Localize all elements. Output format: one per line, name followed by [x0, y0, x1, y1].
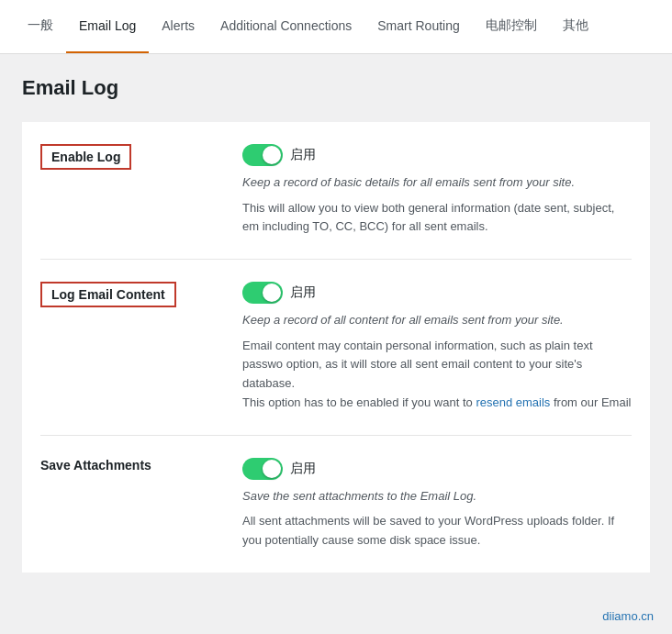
- tab-label-email-log: Email Log: [79, 18, 136, 33]
- toggle-knob-2: [263, 284, 281, 302]
- tab-label-additional-connections: Additional Connections: [220, 18, 352, 33]
- tab-label-email-control: 电邮控制: [486, 17, 537, 34]
- log-email-content-label: Log Email Content: [40, 282, 176, 307]
- save-attachments-desc-normal: All sent attachments will be saved to yo…: [242, 512, 632, 551]
- tab-smart-routing[interactable]: Smart Routing: [364, 0, 472, 54]
- desc-before-link: This option has to be enabled if you wan…: [242, 395, 476, 409]
- save-attachments-row: Save Attachments 启用 Save the sent attach…: [40, 436, 632, 573]
- save-attachments-toggle[interactable]: [242, 458, 283, 480]
- enable-log-toggle-label: 启用: [290, 147, 316, 163]
- log-email-content-controls: 启用 Keep a record of all content for all …: [242, 282, 632, 413]
- tab-label-other: 其他: [563, 17, 588, 34]
- save-attachments-label-col: Save Attachments: [40, 458, 242, 473]
- resend-emails-link[interactable]: resend emails: [476, 395, 550, 409]
- tab-other[interactable]: 其他: [550, 0, 601, 54]
- main-content: Email Log Enable Log 启用 Keep a record of…: [0, 54, 672, 634]
- log-email-content-row: Log Email Content 启用 Keep a record of al…: [40, 260, 632, 436]
- tab-label-alerts: Alerts: [162, 18, 195, 33]
- enable-log-controls: 启用 Keep a record of basic details for al…: [242, 144, 632, 237]
- enable-log-toggle[interactable]: [242, 144, 283, 166]
- tab-label-smart-routing: Smart Routing: [377, 18, 459, 33]
- log-email-content-toggle-row: 启用: [242, 282, 632, 304]
- save-attachments-desc-italic: Save the sent attachments to the Email L…: [242, 487, 632, 506]
- tab-alerts[interactable]: Alerts: [149, 0, 207, 54]
- toggle-knob-3: [263, 460, 281, 478]
- log-email-content-toggle[interactable]: [242, 282, 283, 304]
- log-email-content-desc-italic: Keep a record of all content for all ema…: [242, 311, 632, 329]
- tab-general[interactable]: 一般: [15, 0, 66, 54]
- enable-log-toggle-row: 启用: [242, 144, 632, 166]
- tab-email-log[interactable]: Email Log: [66, 0, 149, 54]
- tab-additional-connections[interactable]: Additional Connections: [207, 0, 364, 54]
- log-email-content-toggle-label: 启用: [290, 284, 316, 301]
- tabs-navigation: 一般 Email Log Alerts Additional Connectio…: [0, 0, 672, 54]
- log-email-content-desc-normal: Email content may contain personal infor…: [242, 337, 632, 394]
- toggle-knob: [263, 146, 281, 164]
- page-title: Email Log: [22, 76, 650, 100]
- desc-after-link: from our Email: [550, 395, 631, 409]
- log-email-content-label-col: Log Email Content: [40, 282, 242, 307]
- enable-log-desc-italic: Keep a record of basic details for all e…: [242, 173, 632, 192]
- enable-log-label: Enable Log: [40, 144, 131, 170]
- log-email-content-desc-link-line: This option has to be enabled if you wan…: [242, 394, 632, 413]
- save-attachments-toggle-row: 启用: [242, 458, 632, 480]
- enable-log-desc-normal: This will allow you to view both general…: [242, 199, 632, 238]
- enable-log-label-col: Enable Log: [40, 144, 242, 170]
- watermark: diiamo.cn: [602, 609, 654, 623]
- tab-label-general: 一般: [28, 17, 53, 34]
- log-content-desc-part1: Email content may contain personal infor…: [242, 339, 593, 391]
- save-attachments-controls: 启用 Save the sent attachments to the Emai…: [242, 458, 632, 551]
- tab-email-control[interactable]: 电邮控制: [473, 0, 550, 54]
- enable-log-row: Enable Log 启用 Keep a record of basic det…: [40, 122, 632, 260]
- settings-card: Enable Log 启用 Keep a record of basic det…: [22, 122, 650, 573]
- save-attachments-label: Save Attachments: [40, 458, 151, 473]
- save-attachments-toggle-label: 启用: [290, 461, 316, 477]
